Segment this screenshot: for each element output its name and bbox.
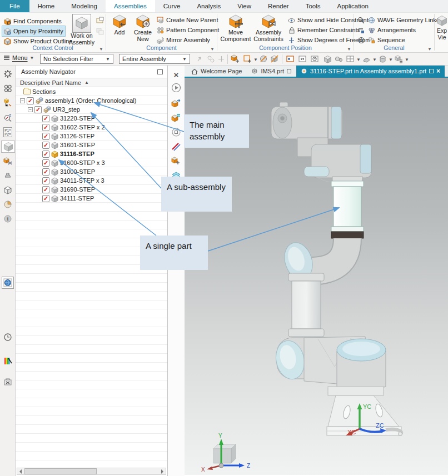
checkbox-checked[interactable]: ✓ (27, 97, 34, 104)
arrangements-button[interactable]: Arrangements (366, 25, 417, 35)
scrollbar-thumb[interactable] (24, 468, 97, 474)
dropdown-icon[interactable]: ▼ (253, 57, 258, 62)
exploded-views-button[interactable]: Exp Vie (436, 15, 448, 41)
tab-assemblies[interactable]: Assemblies (106, 0, 155, 12)
scroll-right-button[interactable] (159, 468, 166, 474)
dropdown-icon[interactable]: ▼ (372, 57, 377, 62)
horizontal-scrollbar[interactable] (17, 468, 166, 475)
selection-scope-dropdown[interactable]: Entire Assembly▼ (119, 54, 190, 64)
checkbox-checked[interactable]: ✓ (34, 106, 42, 113)
checkbox-checked[interactable]: ✓ (42, 195, 49, 202)
clamp-icon[interactable] (2, 169, 14, 182)
pattern-component-button[interactable]: Pattern Component (155, 25, 221, 35)
tree-row-work-part-31116[interactable]: ✓ 31116-STEP (16, 149, 167, 158)
tree-row-part[interactable]: ✓ 31000-STEP (16, 167, 167, 176)
info-icon[interactable]: i (2, 213, 14, 225)
render-style-icon[interactable] (362, 54, 371, 64)
tree-row-part[interactable]: ✓ 31601-STEP (16, 141, 167, 149)
collapse-icon[interactable]: − (28, 107, 33, 112)
open-in-window-button[interactable] (94, 15, 106, 25)
selection-box-icon[interactable] (243, 54, 252, 64)
wave-geometry-linker-button[interactable]: WAVE Geometry Linker (366, 15, 444, 25)
play-icon[interactable] (171, 82, 182, 93)
selection-filter-dropdown[interactable]: No Selection Filter▼ (40, 54, 113, 64)
view-layout-icon[interactable] (346, 54, 355, 64)
tab-application[interactable]: Application (329, 0, 377, 12)
tree-row-assembly1[interactable]: − ✓ assembly1 (Order: Chronological) (16, 96, 167, 105)
history-clock-icon[interactable] (2, 331, 14, 343)
expressions-icon[interactable]: P1=P2= (2, 126, 14, 138)
tab-render[interactable]: Render (260, 0, 297, 12)
checkbox-checked[interactable]: ✓ (42, 151, 49, 158)
checkbox-checked[interactable]: ✓ (42, 177, 49, 184)
cylinder-style-icon[interactable] (378, 54, 387, 64)
assembly-navigator-icon[interactable] (1, 141, 15, 153)
tab-curve[interactable]: Curve (155, 0, 189, 12)
tab-modeling[interactable]: Modeling (63, 0, 106, 12)
general-find-button[interactable] (356, 15, 367, 25)
close-tab-icon[interactable]: × (436, 67, 440, 75)
group-dropdown-icon[interactable]: ▼ (210, 47, 215, 52)
general-clamp-button[interactable] (356, 25, 367, 35)
hide-component-icon[interactable] (259, 54, 268, 64)
tab-file[interactable]: File (0, 0, 29, 12)
tree-row-part[interactable]: ✓ 31690-STEP (16, 185, 167, 194)
tab-analysis[interactable]: Analysis (188, 0, 229, 12)
checkbox-checked[interactable]: ✓ (42, 142, 49, 149)
create-new-parent-button[interactable]: Create New Parent (155, 15, 220, 25)
detach-tab-icon[interactable] (429, 69, 434, 73)
work-on-assembly-button[interactable]: Work on Assembly (69, 14, 94, 46)
shaded-cube-icon[interactable] (323, 54, 332, 64)
show-component-icon[interactable] (270, 54, 280, 64)
measure-icon[interactable] (171, 141, 182, 152)
tree-row-part[interactable]: ✓ 34011-STEP x 3 (16, 176, 167, 185)
make-displayed-part-button[interactable] (94, 26, 106, 36)
dropdown-icon[interactable]: ▼ (356, 57, 361, 62)
checkbox-checked[interactable]: ✓ (42, 186, 49, 193)
tab-31116-step-active[interactable]: 31116-STEP.prt in Assembly assembly1.prt… (296, 66, 445, 77)
refresh-timer-icon[interactable] (310, 54, 320, 64)
checkbox-checked[interactable]: ✓ (42, 159, 49, 167)
select-dof-icon[interactable] (217, 54, 226, 64)
tree-column-header[interactable]: Descriptive Part Name ▲ (16, 78, 167, 87)
tab-ims4[interactable]: IMS4.prt (247, 66, 296, 77)
group-dropdown-icon[interactable]: ▼ (99, 47, 103, 52)
undock-panel-icon[interactable] (157, 69, 163, 74)
open-by-proximity-button[interactable]: Open by Proximity (2, 26, 65, 36)
select-components-icon[interactable] (206, 54, 216, 64)
tab-welcome-page[interactable]: Welcome Page (187, 66, 246, 77)
tab-view[interactable]: View (229, 0, 260, 12)
tree-row-part[interactable]: ✓ 31220-STEP (16, 114, 167, 123)
find-components-button[interactable]: Find Components (2, 16, 63, 26)
settings-gear-icon[interactable] (2, 68, 14, 80)
part-navigator-icon[interactable] (2, 97, 14, 109)
constraints-navigator-icon[interactable] (2, 155, 14, 167)
tree-row-part[interactable]: ✓ 31600-STEP x 3 (16, 158, 167, 167)
tab-home[interactable]: Home (29, 0, 63, 12)
checkbox-checked[interactable]: ✓ (42, 115, 49, 122)
group-dropdown-icon[interactable]: ▼ (427, 47, 432, 52)
search-compass-icon[interactable] (2, 112, 14, 124)
select-parent-icon[interactable] (196, 54, 205, 64)
checkbox-checked[interactable]: ✓ (42, 168, 49, 176)
fit-window-icon[interactable] (298, 54, 307, 64)
remember-constraints-button[interactable]: Remember Constraints (286, 25, 362, 35)
group-dropdown-icon[interactable]: ▼ (347, 47, 351, 52)
assembly-constraints-icon[interactable] (171, 156, 182, 167)
box-icon[interactable] (2, 184, 14, 196)
collapse-icon[interactable]: − (20, 98, 25, 103)
menu-button[interactable]: Menu ▼ (3, 54, 34, 61)
web-browser-icon[interactable] (2, 277, 14, 289)
tree-row-part[interactable]: ✓ 31126-STEP (16, 132, 167, 141)
assembly-constraints-button[interactable]: Assembly Constraints (252, 14, 285, 43)
move-component-icon[interactable] (171, 112, 182, 123)
tree-row-ur3-step[interactable]: − ✓ UR3_step (16, 105, 167, 114)
create-new-component-button[interactable]: Create New (132, 14, 154, 43)
dropdown-icon[interactable]: ▼ (405, 57, 409, 62)
add-component-icon[interactable] (171, 98, 182, 109)
checkbox-checked[interactable]: ✓ (42, 124, 49, 131)
palette-icon[interactable] (2, 355, 14, 367)
tree-row-part[interactable]: ✓ 31602-STEP x 2 (16, 123, 167, 132)
window-display-icon[interactable] (286, 54, 295, 64)
tree-row-part[interactable]: ✓ 34111-STEP (16, 194, 167, 203)
